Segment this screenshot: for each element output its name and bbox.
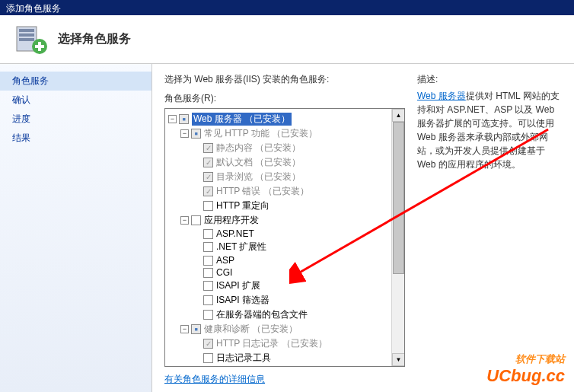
- expander-icon[interactable]: −: [180, 129, 189, 138]
- checkbox[interactable]: [203, 143, 213, 153]
- wizard-header: 选择角色服务: [0, 15, 574, 64]
- checkbox[interactable]: [203, 310, 213, 320]
- sidebar-item-results[interactable]: 结果: [0, 129, 151, 148]
- tree-node-label: .NET 扩展性: [216, 241, 266, 253]
- role-services-tree[interactable]: −Web 服务器 （已安装）−常见 HTTP 功能 （已安装）静态内容 （已安装…: [164, 108, 405, 367]
- tree-node-label: HTTP 重定向: [216, 199, 269, 212]
- checkbox[interactable]: [191, 129, 201, 139]
- tree-node[interactable]: 请求监视 （已安装）: [168, 365, 401, 367]
- instruction-text: 选择为 Web 服务器(IIS) 安装的角色服务:: [164, 73, 405, 86]
- tree-node-label: HTTP 日志记录 （已安装）: [216, 337, 327, 350]
- tree-node[interactable]: 在服务器端的包含文件: [168, 308, 401, 322]
- scroll-thumb[interactable]: [393, 122, 404, 274]
- tree-node[interactable]: −常见 HTTP 功能 （已安装）: [168, 126, 401, 141]
- watermark-text-top: 软件下载站: [486, 352, 565, 366]
- checkbox[interactable]: [203, 172, 213, 182]
- tree-node[interactable]: −Web 服务器 （已安装）: [168, 112, 401, 126]
- svg-rect-2: [19, 33, 34, 37]
- tree-node-label: CGI: [216, 267, 232, 278]
- tree-node-label: 健康和诊断 （已安装）: [204, 323, 298, 336]
- tree-node-label: 在服务器端的包含文件: [216, 308, 308, 321]
- tree-node-label: 静态内容 （已安装）: [216, 142, 301, 155]
- sidebar-item-role-services[interactable]: 角色服务: [0, 72, 151, 91]
- window-title: 添加角色服务: [6, 3, 61, 14]
- tree-node[interactable]: 目录浏览 （已安装）: [168, 170, 401, 184]
- description-text: Web 服务器提供对 HTML 网站的支持和对 ASP.NET、ASP 以及 W…: [417, 89, 562, 171]
- tree-node[interactable]: 日志记录工具: [168, 351, 401, 365]
- tree-node[interactable]: ISAPI 筛选器: [168, 293, 401, 308]
- checkbox[interactable]: [179, 114, 189, 124]
- tree-node-label: Web 服务器 （已安装）: [192, 113, 292, 126]
- tree-root: −Web 服务器 （已安装）−常见 HTTP 功能 （已安装）静态内容 （已安装…: [165, 109, 404, 367]
- svg-rect-6: [35, 45, 44, 48]
- sidebar-item-progress[interactable]: 进度: [0, 110, 151, 129]
- checkbox[interactable]: [203, 229, 213, 239]
- svg-rect-3: [19, 38, 34, 41]
- tree-node-label: 日志记录工具: [216, 352, 271, 365]
- tree-node[interactable]: .NET 扩展性: [168, 240, 401, 254]
- sidebar-item-confirm[interactable]: 确认: [0, 91, 151, 110]
- tree-node[interactable]: ASP.NET: [168, 228, 401, 240]
- tree-node[interactable]: −应用程序开发: [168, 213, 401, 228]
- tree-node[interactable]: HTTP 日志记录 （已安装）: [168, 336, 401, 351]
- checkbox[interactable]: [203, 158, 213, 167]
- page-title: 选择角色服务: [58, 31, 131, 47]
- checkbox[interactable]: [203, 256, 213, 266]
- tree-node[interactable]: CGI: [168, 266, 401, 279]
- tree-node-label: 请求监视 （已安装）: [216, 366, 301, 367]
- wizard-steps-sidebar: 角色服务 确认 进度 结果: [0, 64, 152, 392]
- tree-node[interactable]: HTTP 重定向: [168, 199, 401, 213]
- tree-node[interactable]: ASP: [168, 254, 401, 266]
- tree-node-label: 常见 HTTP 功能 （已安装）: [204, 127, 317, 140]
- checkbox[interactable]: [203, 268, 213, 278]
- tree-node[interactable]: −健康和诊断 （已安装）: [168, 322, 401, 336]
- vertical-scrollbar[interactable]: ▲ ▼: [391, 109, 404, 366]
- tree-node-label: 应用程序开发: [204, 214, 259, 227]
- checkbox[interactable]: [203, 186, 213, 196]
- tree-node[interactable]: 默认文档 （已安装）: [168, 155, 401, 170]
- tree-node-label: 目录浏览 （已安装）: [216, 171, 301, 183]
- content-area: 选择为 Web 服务器(IIS) 安装的角色服务: 角色服务(R): −Web …: [152, 64, 574, 392]
- services-label: 角色服务(R):: [164, 92, 405, 105]
- description-body: 提供对 HTML 网站的支持和对 ASP.NET、ASP 以及 Web 服务器扩…: [417, 91, 560, 170]
- checkbox[interactable]: [203, 339, 213, 349]
- scroll-up-button[interactable]: ▲: [392, 109, 405, 122]
- expander-icon[interactable]: −: [180, 216, 189, 225]
- checkbox[interactable]: [191, 324, 201, 334]
- tree-node-label: ASP.NET: [216, 228, 254, 239]
- tree-node[interactable]: HTTP 错误 （已安装）: [168, 184, 401, 199]
- svg-rect-1: [19, 29, 34, 32]
- scroll-down-button[interactable]: ▼: [392, 353, 405, 366]
- tree-node[interactable]: ISAPI 扩展: [168, 279, 401, 293]
- left-column: 选择为 Web 服务器(IIS) 安装的角色服务: 角色服务(R): −Web …: [164, 73, 405, 383]
- checkbox[interactable]: [203, 295, 213, 305]
- description-label: 描述:: [417, 73, 562, 86]
- tree-node[interactable]: 静态内容 （已安装）: [168, 141, 401, 155]
- description-link[interactable]: Web 服务器: [417, 91, 466, 101]
- checkbox[interactable]: [203, 242, 213, 252]
- server-icon: [12, 21, 50, 59]
- tree-node-label: ISAPI 扩展: [216, 279, 260, 292]
- watermark: 软件下载站 UCbug.cc: [486, 352, 565, 386]
- expander-icon[interactable]: −: [168, 115, 177, 123]
- expander-icon[interactable]: −: [180, 325, 189, 333]
- tree-node-label: ASP: [216, 255, 234, 266]
- details-link[interactable]: 有关角色服务的详细信息: [164, 373, 265, 386]
- checkbox[interactable]: [203, 353, 213, 363]
- checkbox[interactable]: [191, 215, 201, 225]
- description-panel: 描述: Web 服务器提供对 HTML 网站的支持和对 ASP.NET、ASP …: [417, 73, 562, 383]
- checkbox[interactable]: [203, 201, 213, 211]
- window-titlebar: 添加角色服务: [0, 0, 574, 15]
- tree-node-label: ISAPI 筛选器: [216, 294, 269, 307]
- checkbox[interactable]: [203, 281, 213, 291]
- tree-node-label: HTTP 错误 （已安装）: [216, 185, 309, 198]
- wizard-body: 角色服务 确认 进度 结果 选择为 Web 服务器(IIS) 安装的角色服务: …: [0, 64, 574, 392]
- watermark-text-bottom: UCbug.cc: [486, 366, 565, 386]
- tree-node-label: 默认文档 （已安装）: [216, 156, 301, 169]
